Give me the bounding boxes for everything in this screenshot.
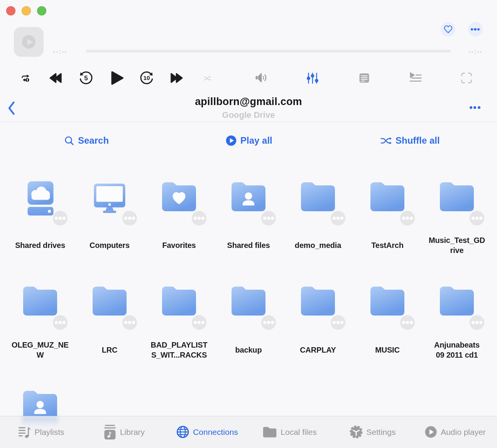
svg-text:10: 10 — [143, 75, 150, 81]
svg-text:5: 5 — [84, 74, 88, 81]
